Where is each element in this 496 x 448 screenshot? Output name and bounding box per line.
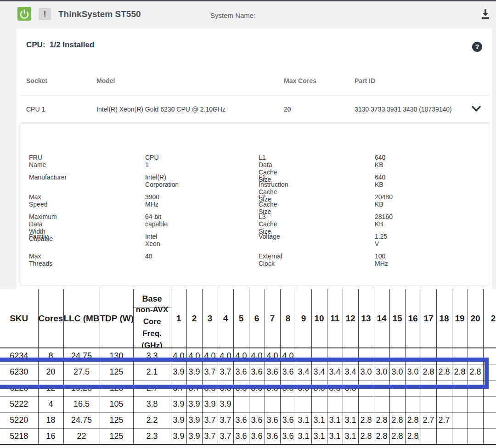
turbo-cell-freq: 3.5 xyxy=(218,380,233,396)
download-button[interactable] xyxy=(479,8,491,21)
turbo-cell-tdp: 125 xyxy=(100,428,133,444)
turbo-cell-freq: 4.0 xyxy=(218,348,233,364)
turbo-cell-freq xyxy=(389,396,405,412)
detail-value: 40 xyxy=(145,252,152,260)
power-status-button[interactable] xyxy=(17,7,31,21)
turbo-frequency-table-region: SKUCoresLLC (MB)TDP (W)Basenon-AVX Core … xyxy=(0,289,496,448)
turbo-cell-freq: 3.5 xyxy=(327,380,343,396)
chevron-down-icon xyxy=(471,106,481,112)
turbo-cell-freq xyxy=(452,412,468,428)
detail-value: 20480 KB xyxy=(375,193,393,208)
turbo-cell-freq: 2.8 xyxy=(374,428,389,444)
turbo-cell-freq xyxy=(327,396,343,412)
turbo-cell-freq xyxy=(452,348,468,364)
detail-value: 64-bit capable xyxy=(145,213,168,228)
turbo-cell-freq: 3.6 xyxy=(233,412,249,428)
turbo-cell-freq: 3.9 xyxy=(186,364,202,380)
turbo-header-cores-active-5: 5 xyxy=(233,289,249,348)
turbo-row-6230: 62302027.51252.13.93.93.73.73.63.63.63.6… xyxy=(0,364,496,380)
turbo-cell-freq xyxy=(358,348,374,364)
turbo-cell-freq xyxy=(327,348,343,364)
turbo-cell-freq xyxy=(468,428,483,444)
turbo-cell-freq xyxy=(405,396,421,412)
turbo-cell-freq xyxy=(358,396,374,412)
turbo-cell-freq: 3.0 xyxy=(389,364,405,380)
turbo-header-cores-active-15: 15 xyxy=(389,289,405,348)
turbo-header-cores-active-19: 19 xyxy=(452,289,468,348)
detail-value: Intel(R) Corporation xyxy=(145,174,179,188)
detail-label: Manufacturer xyxy=(29,174,67,181)
turbo-header-cores-active-21: 21 xyxy=(483,289,496,348)
detail-value: 1.25 V xyxy=(375,233,387,247)
detail-label: Voltage xyxy=(259,233,280,240)
turbo-header-cores-active-12: 12 xyxy=(343,289,358,348)
turbo-cell-freq: 3.5 xyxy=(280,380,296,396)
collapse-row-button[interactable] xyxy=(471,106,481,112)
turbo-cell-freq: 3.0 xyxy=(405,364,421,380)
turbo-cell-freq xyxy=(389,348,405,364)
turbo-cell-freq: 3.4 xyxy=(327,364,343,380)
turbo-cell-freq: 3.9 xyxy=(186,396,202,412)
turbo-cell-freq xyxy=(296,348,311,364)
turbo-cell-tdp: 130 xyxy=(100,348,133,364)
turbo-cell-freq: 2.8 xyxy=(358,412,374,428)
turbo-cell-freq: 4.0 xyxy=(202,348,218,364)
turbo-cell-freq: 3.7 xyxy=(218,364,233,380)
turbo-header-cores-active-16: 16 xyxy=(405,289,421,348)
turbo-cell-freq: 3.5 xyxy=(233,380,249,396)
turbo-table: SKUCoresLLC (MB)TDP (W)Basenon-AVX Core … xyxy=(0,289,496,445)
turbo-cell-freq xyxy=(265,396,280,412)
turbo-cell-cores: 20 xyxy=(38,364,63,380)
turbo-row-6234: 6234824.751303.34.04.04.04.04.04.04.04.0 xyxy=(0,348,496,364)
turbo-cell-freq: 2.8 xyxy=(452,364,468,380)
turbo-header-base-freq: Basenon-AVX Core Freq. (GHz) xyxy=(133,289,171,348)
turbo-cell-freq: 3.9 xyxy=(218,396,233,412)
turbo-cell-freq: 3.6 xyxy=(249,364,265,380)
turbo-cell-freq: 3.5 xyxy=(265,380,280,396)
turbo-cell-freq: 3.7 xyxy=(171,380,186,396)
turbo-cell-freq: 3.0 xyxy=(374,364,389,380)
turbo-cell-freq xyxy=(436,396,452,412)
turbo-cell-freq: 2.8 xyxy=(358,428,374,444)
turbo-cell-freq xyxy=(311,348,327,364)
turbo-header-cores-active-3: 3 xyxy=(202,289,218,348)
turbo-cell-freq: 2.8 xyxy=(374,412,389,428)
warning-status-button[interactable]: ! xyxy=(39,8,51,20)
turbo-cell-base-freq: 2.1 xyxy=(133,364,171,380)
turbo-cell-freq: 3.6 xyxy=(233,364,249,380)
turbo-cell-freq xyxy=(452,396,468,412)
turbo-cell-freq: 3.5 xyxy=(311,380,327,396)
turbo-cell-freq: 3.1 xyxy=(296,412,311,428)
turbo-cell-freq: 3.9 xyxy=(171,364,186,380)
turbo-cell-freq xyxy=(452,428,468,444)
turbo-cell-freq: 3.9 xyxy=(171,396,186,412)
turbo-header-cores-active-9: 9 xyxy=(296,289,311,348)
turbo-cell-base-freq: 2.7 xyxy=(133,380,171,396)
detail-label: L2 Cache Size xyxy=(259,193,277,215)
turbo-cell-freq xyxy=(436,428,452,444)
turbo-header-cores-active-20: 20 xyxy=(468,289,483,348)
turbo-cell-llc: 27.5 xyxy=(63,364,100,380)
column-header-socket: Socket xyxy=(26,77,47,84)
column-header-model: Model xyxy=(96,77,115,84)
turbo-cell-freq: 3.6 xyxy=(280,364,296,380)
turbo-row-5218: 521816221252.33.93.93.73.73.63.63.63.63.… xyxy=(0,428,496,444)
detail-value: 640 KB xyxy=(375,174,385,188)
turbo-cell-base-freq: 2.2 xyxy=(133,412,171,428)
cpu-details-panel: FRU NameCPU 1L1 Data Cache Size640 KBMan… xyxy=(21,123,489,286)
turbo-header-cores-active-2: 2 xyxy=(186,289,202,348)
turbo-cell-freq: 2.8 xyxy=(436,364,452,380)
header-divider xyxy=(21,95,490,95)
turbo-cell-base-freq: 2.3 xyxy=(133,428,171,444)
turbo-cell-freq xyxy=(405,348,421,364)
turbo-cell-freq xyxy=(436,380,452,396)
turbo-cell-freq xyxy=(405,380,421,396)
turbo-cell-base-freq: 3.8 xyxy=(133,396,171,412)
turbo-cell-freq: 3.1 xyxy=(327,412,343,428)
turbo-cell-freq xyxy=(468,348,483,364)
help-button[interactable]: ? xyxy=(472,42,482,52)
turbo-cell-freq xyxy=(421,348,436,364)
turbo-cell-freq: 3.1 xyxy=(311,428,327,444)
turbo-header-cores-active-10: 10 xyxy=(311,289,327,348)
turbo-cell-freq: 3.6 xyxy=(249,428,265,444)
